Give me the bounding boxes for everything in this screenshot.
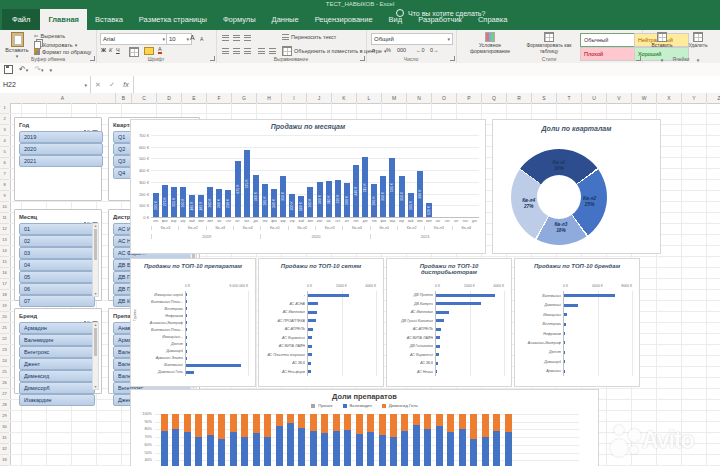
row-header-32[interactable]: 32 [0, 444, 9, 455]
column-header-M[interactable]: M [382, 93, 407, 103]
row-header-25[interactable]: 25 [0, 367, 9, 378]
slicer-item[interactable]: 2019 [19, 131, 103, 143]
row-header-5[interactable]: 5 [0, 147, 9, 158]
row-header-2[interactable]: 2 [0, 114, 9, 125]
save-button[interactable] [4, 65, 13, 74]
row-header-14[interactable]: 14 [0, 246, 9, 257]
slicer-Бренд[interactable]: БрендАрмадинВалемидинВегетроксДжентДимек… [14, 308, 102, 394]
clipboard-dialog-launcher[interactable] [90, 56, 95, 61]
tab-Вставка[interactable]: Вставка [87, 9, 131, 30]
row-header-27[interactable]: 27 [0, 389, 9, 400]
align-bottom-icon[interactable] [244, 35, 251, 41]
column-header-X[interactable]: X [657, 93, 682, 103]
slicer-item[interactable]: Изакардин [19, 394, 95, 406]
slicer-Год[interactable]: Год201920202021 [14, 117, 102, 201]
align-top-icon[interactable] [222, 35, 229, 41]
slicer-scrollbar[interactable]: ▲▼ [92, 322, 99, 390]
column-header-G[interactable]: G [232, 93, 257, 103]
column-header-U[interactable]: U [582, 93, 607, 103]
number-dialog-launcher[interactable] [450, 56, 455, 61]
decrease-indent-icon[interactable] [258, 48, 265, 54]
fill-color-button[interactable] [144, 47, 154, 55]
chart-top10_distributors[interactable]: Продажи по ТОП-10 дистрибьюторам0 К2000 … [386, 258, 512, 387]
cancel-formula-button[interactable]: ✕ [91, 76, 105, 93]
italic-button[interactable]: К [109, 47, 112, 53]
column-header-W[interactable]: W [632, 93, 657, 103]
slicer-item[interactable]: 01 [19, 223, 95, 235]
wrap-text-button[interactable]: Переносить текст [282, 34, 336, 40]
row-header-17[interactable]: 17 [0, 279, 9, 290]
row-header-15[interactable]: 15 [0, 257, 9, 268]
align-left-icon[interactable] [222, 48, 229, 54]
slicer-item[interactable]: 02 [19, 235, 95, 247]
row-header-13[interactable]: 13 [0, 235, 9, 246]
shrink-font-button[interactable]: А [200, 36, 203, 42]
align-center-icon[interactable] [233, 48, 240, 54]
row-header-28[interactable]: 28 [0, 400, 9, 411]
column-header-S[interactable]: S [532, 93, 557, 103]
cell-style-normal[interactable]: Обычный [580, 33, 637, 47]
slicer-item[interactable]: Вегетрокс [19, 346, 95, 358]
bold-button[interactable]: Ж [101, 47, 106, 53]
number-format-select[interactable]: Общий▾ [371, 33, 453, 45]
row-header-16[interactable]: 16 [0, 268, 9, 279]
column-header-P[interactable]: P [457, 93, 482, 103]
row-header-3[interactable]: 3 [0, 125, 9, 136]
slicer-item[interactable]: 05 [19, 271, 95, 283]
column-header-V[interactable]: V [607, 93, 632, 103]
tab-Разметка страницы[interactable]: Разметка страницы [131, 9, 215, 30]
scroll-down-arrow[interactable]: ▼ [93, 292, 98, 296]
column-header-A[interactable]: A [10, 93, 116, 103]
row-header-33[interactable]: 33 [0, 455, 9, 466]
paste-button[interactable]: Вставить ▾ [4, 32, 30, 59]
undo-button[interactable]: ↶▾ [19, 65, 28, 75]
tab-Формулы[interactable]: Формулы [215, 9, 264, 30]
column-header-L[interactable]: L [357, 93, 382, 103]
slicer-clear-filter-icon[interactable] [92, 122, 98, 128]
row-header-19[interactable]: 19 [0, 301, 9, 312]
slicer-multiselect-icon[interactable] [84, 214, 90, 220]
column-header-C[interactable]: C [132, 93, 157, 103]
chart-top10_drugs[interactable]: Продажи по ТОП-10 препаратам0 К6 000 000… [130, 258, 256, 387]
enter-formula-button[interactable]: ✓ [105, 76, 119, 93]
row-header-24[interactable]: 24 [0, 356, 9, 367]
column-header-O[interactable]: O [432, 93, 457, 103]
slicer-item[interactable]: Армадин [19, 322, 95, 334]
increase-decimal-button[interactable]: ←0 [416, 47, 425, 53]
alignment-dialog-launcher[interactable] [360, 56, 365, 61]
align-middle-icon[interactable] [233, 35, 240, 41]
slicer-item[interactable]: 04 [19, 259, 95, 271]
row-header-22[interactable]: 22 [0, 334, 9, 345]
column-header-K[interactable]: K [332, 93, 357, 103]
chart-drug-shares[interactable]: Доли препаратовПрочееВалемидинДимексид Г… [130, 389, 599, 466]
row-header-31[interactable]: 31 [0, 433, 9, 444]
tab-Файл[interactable]: Файл [2, 9, 40, 30]
row-header-6[interactable]: 6 [0, 158, 9, 169]
scroll-up-arrow[interactable]: ▲ [93, 323, 98, 327]
slicer-item[interactable]: Валемидин [19, 334, 95, 346]
scroll-thumb[interactable] [94, 229, 97, 260]
font-color-button[interactable]: А [158, 46, 162, 54]
font-dialog-launcher[interactable] [210, 56, 215, 61]
cut-button[interactable]: ✂ Вырезать [34, 33, 65, 39]
copy-button[interactable]: Копировать▾ [34, 41, 77, 49]
row-header-18[interactable]: 18 [0, 290, 9, 301]
tab-Данные[interactable]: Данные [264, 9, 307, 30]
row-header-9[interactable]: 9 [0, 191, 9, 202]
column-header-Z[interactable]: Z [707, 93, 720, 103]
slicer-item[interactable]: Димисорб [19, 382, 95, 394]
slicer-clear-filter-icon[interactable] [92, 214, 98, 220]
slicer-multiselect-icon[interactable] [84, 313, 90, 319]
scroll-up-arrow[interactable]: ▲ [93, 224, 98, 228]
decrease-decimal-button[interactable]: 0→ [430, 47, 439, 53]
styles-dialog-launcher[interactable] [636, 56, 641, 61]
font-family-select[interactable]: Arial▾ [100, 33, 168, 45]
scroll-thumb[interactable] [94, 328, 97, 356]
row-header-8[interactable]: 8 [0, 180, 9, 191]
tab-Главная[interactable]: Главная [40, 9, 87, 30]
slicer-item[interactable]: 2020 [19, 143, 103, 155]
row-header-12[interactable]: 12 [0, 224, 9, 235]
column-header-I[interactable]: I [282, 93, 307, 103]
column-header-H[interactable]: H [257, 93, 282, 103]
slicer-Месяц[interactable]: Месяц01020304050607▲▼ [14, 209, 102, 301]
